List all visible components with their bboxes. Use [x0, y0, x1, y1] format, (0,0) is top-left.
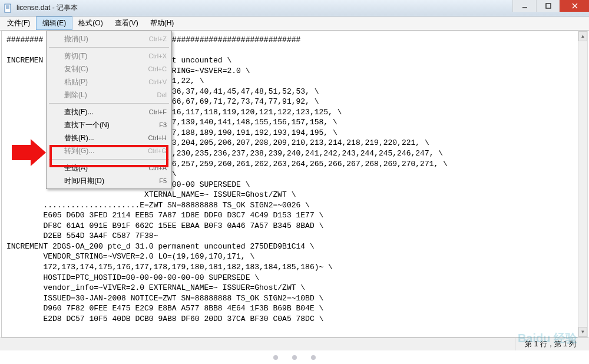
menu-item-p: 粘贴(P)Ctrl+V: [48, 75, 170, 88]
menu-item-a[interactable]: 全选(A)Ctrl+A: [48, 161, 170, 174]
title-bar: license.dat - 记事本: [0, 0, 589, 16]
minimize-button[interactable]: [512, 0, 536, 12]
menu-item-shortcut: Ctrl+H: [148, 134, 167, 141]
dot: [311, 355, 316, 360]
menu-item-shortcut: Ctrl+Z: [149, 35, 167, 42]
menu-view[interactable]: 查看(V): [109, 16, 144, 30]
carousel-dots: [0, 351, 589, 364]
dot: [292, 355, 297, 360]
scroll-up-icon[interactable]: ▲: [578, 31, 587, 41]
window-title: license.dat - 记事本: [16, 3, 585, 13]
menu-file[interactable]: 文件(F): [1, 16, 36, 30]
menu-item-shortcut: Ctrl+V: [148, 78, 167, 85]
edit-dropdown: 撤消(U)Ctrl+Z剪切(T)Ctrl+X复制(C)Ctrl+C粘贴(P)Ct…: [46, 31, 172, 189]
menu-item-label: 查找下一个(N): [64, 120, 159, 130]
menu-item-label: 撤消(U): [64, 34, 149, 44]
menu-item-r[interactable]: 替换(R)...Ctrl+H: [48, 131, 170, 144]
menu-item-label: 复制(C): [64, 64, 148, 74]
menu-item-shortcut: F5: [159, 177, 167, 184]
menu-item-label: 转到(G)...: [64, 146, 148, 156]
menu-item-shortcut: Ctrl+C: [148, 65, 167, 72]
menu-item-label: 剪切(T): [64, 51, 148, 61]
status-position: 第 1 行，第 1 列: [515, 338, 585, 350]
menu-separator: [49, 103, 169, 104]
menu-item-label: 时间/日期(D): [64, 176, 159, 186]
app-icon: [4, 4, 13, 13]
menu-item-g: 转到(G)...Ctrl+G: [48, 144, 170, 157]
dot: [273, 355, 278, 360]
menu-item-shortcut: Ctrl+G: [148, 147, 167, 154]
vertical-scrollbar[interactable]: ▲ ▼: [578, 31, 588, 337]
menu-item-label: 粘贴(P): [64, 77, 148, 87]
menu-item-shortcut: Ctrl+X: [148, 52, 167, 59]
annotation-arrow-icon: [6, 138, 47, 167]
maximize-button[interactable]: [536, 0, 560, 12]
window-controls: [512, 0, 589, 12]
menu-bar: 文件(F) 编辑(E) 格式(O) 查看(V) 帮助(H): [0, 16, 589, 31]
menu-separator: [49, 159, 169, 160]
menu-help[interactable]: 帮助(H): [144, 16, 180, 30]
menu-item-f[interactable]: 查找(F)...Ctrl+F: [48, 105, 170, 118]
menu-item-label: 替换(R)...: [64, 133, 148, 143]
menu-item-t: 剪切(T)Ctrl+X: [48, 49, 170, 62]
menu-item-c: 复制(C)Ctrl+C: [48, 62, 170, 75]
menu-format[interactable]: 格式(O): [72, 16, 108, 30]
menu-item-shortcut: Ctrl+F: [149, 108, 167, 115]
menu-item-l: 删除(L)Del: [48, 88, 170, 101]
menu-item-label: 全选(A): [64, 163, 148, 173]
menu-item-shortcut: F3: [159, 121, 167, 128]
svg-rect-5: [546, 4, 551, 8]
menu-edit[interactable]: 编辑(E): [36, 16, 72, 30]
menu-item-shortcut: Ctrl+A: [148, 164, 167, 171]
svg-marker-8: [12, 139, 46, 166]
menu-item-shortcut: Del: [157, 91, 167, 98]
menu-item-n[interactable]: 查找下一个(N)F3: [48, 118, 170, 131]
menu-separator: [49, 47, 169, 48]
menu-item-u: 撤消(U)Ctrl+Z: [48, 32, 170, 45]
menu-item-d[interactable]: 时间/日期(D)F5: [48, 174, 170, 187]
scroll-down-icon[interactable]: ▼: [578, 327, 587, 337]
menu-item-label: 查找(F)...: [64, 107, 149, 117]
close-button[interactable]: [560, 0, 589, 12]
menu-item-label: 删除(L): [64, 90, 157, 100]
status-bar: 第 1 行，第 1 列: [0, 337, 589, 350]
